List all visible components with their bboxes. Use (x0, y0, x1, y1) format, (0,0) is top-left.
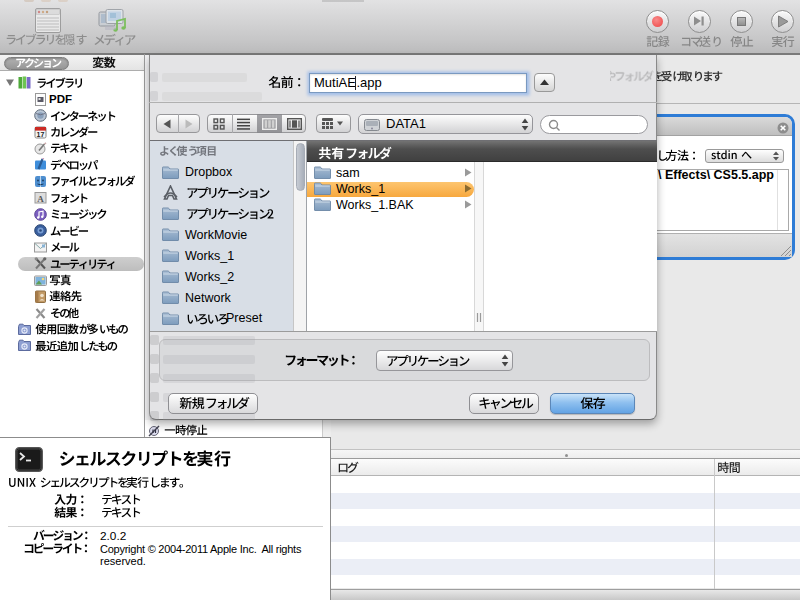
svg-text:17: 17 (36, 130, 44, 137)
svg-text:A: A (37, 194, 44, 204)
